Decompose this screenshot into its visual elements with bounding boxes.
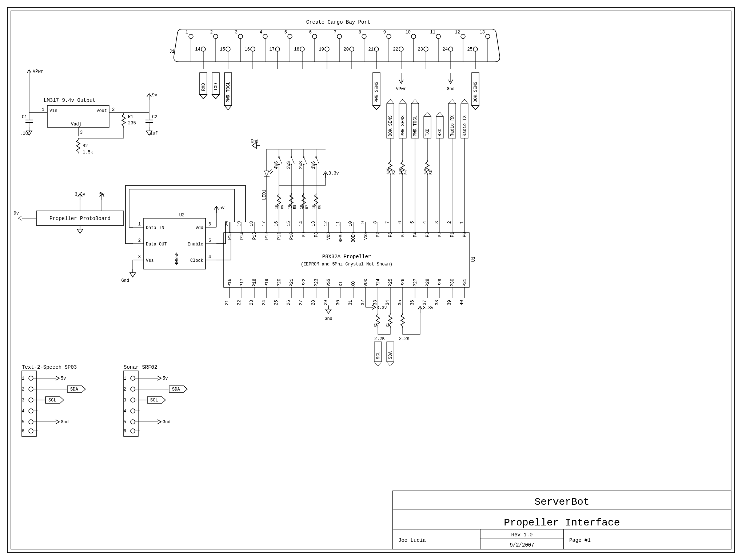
schematic-canvas: Create Cargo Bay Port J1 1 2 3 4 5 6 7 8… — [0, 0, 742, 560]
svg-text:12: 12 — [323, 221, 328, 226]
svg-text:1: 1 — [186, 30, 188, 35]
svg-marker-59 — [200, 95, 207, 99]
svg-text:P22: P22 — [302, 279, 307, 287]
svg-text:10K: 10K — [386, 168, 390, 175]
svg-text:P6: P6 — [388, 232, 393, 237]
svg-text:PWR TOGL: PWR TOGL — [226, 81, 231, 103]
svg-text:P1: P1 — [450, 232, 455, 237]
svg-text:VDD: VDD — [363, 279, 368, 287]
svg-marker-68 — [373, 105, 380, 110]
svg-line-273 — [270, 171, 273, 174]
svg-text:3: 3 — [22, 398, 24, 403]
svg-text:10: 10 — [348, 221, 353, 226]
title-block: ServerBot Propeller Interface Joe Lucia … — [393, 491, 731, 549]
svg-text:P14: P14 — [240, 232, 245, 240]
svg-text:DOK SENS: DOK SENS — [388, 115, 393, 136]
j1-bottom-row: 14 15 16 17 18 19 20 21 22 23 24 25 — [195, 47, 478, 69]
svg-text:4: 4 — [124, 409, 126, 414]
svg-text:P12: P12 — [264, 232, 270, 240]
svg-text:3.3v: 3.3v — [423, 305, 434, 311]
svg-text:P28: P28 — [425, 279, 430, 287]
svg-text:C1: C1 — [22, 115, 27, 120]
switches: 4WS 3WS 2WS 1WS — [274, 149, 319, 171]
right-top-nets: Radio TX Radio RX RXD TXD R310K PWR TOGL… — [386, 99, 468, 222]
svg-text:LED1: LED1 — [262, 189, 267, 200]
svg-text:30: 30 — [336, 300, 341, 305]
svg-text:DOK SENS: DOK SENS — [473, 81, 478, 103]
svg-text:LM317 9.4v Output: LM317 9.4v Output — [44, 97, 96, 103]
svg-text:24: 24 — [443, 47, 448, 52]
svg-text:13: 13 — [311, 221, 316, 226]
title-date: 9/2/2007 — [510, 542, 534, 548]
svg-text:18: 18 — [249, 221, 254, 226]
svg-marker-339 — [399, 99, 406, 104]
svg-text:1: 1 — [138, 222, 141, 227]
svg-text:16: 16 — [274, 221, 279, 226]
j1-ref: J1 — [169, 49, 175, 54]
svg-text:Sonar SRF02: Sonar SRF02 — [124, 364, 157, 370]
svg-text:1K: 1K — [312, 205, 316, 209]
svg-text:P18: P18 — [252, 279, 257, 287]
svg-marker-374 — [387, 362, 394, 366]
svg-text:21: 21 — [368, 47, 374, 52]
svg-text:24: 24 — [262, 300, 267, 305]
svg-text:P29: P29 — [438, 279, 443, 287]
svg-text:P11: P11 — [277, 232, 282, 240]
svg-text:.1uf: .1uf — [20, 131, 31, 136]
u1-bottom-pins: 21P16 22P17 23P18 24P19 25P20 26P21 27P2… — [224, 279, 467, 305]
svg-text:P4: P4 — [413, 232, 418, 237]
svg-text:2.2K: 2.2K — [374, 336, 385, 341]
svg-text:P7: P7 — [376, 232, 381, 237]
svg-text:22: 22 — [393, 47, 398, 52]
svg-text:38: 38 — [435, 300, 440, 305]
svg-text:7: 7 — [334, 30, 336, 35]
svg-text:6: 6 — [22, 429, 24, 434]
svg-text:3: 3 — [138, 255, 141, 260]
svg-text:5v: 5v — [61, 376, 66, 381]
svg-text:6: 6 — [124, 429, 126, 434]
svg-text:SDA: SDA — [172, 387, 180, 392]
svg-text:22: 22 — [237, 300, 242, 305]
svg-marker-328 — [424, 112, 431, 116]
svg-text:R3: R3 — [429, 170, 433, 175]
cargo-title: Create Cargo Bay Port — [306, 19, 370, 25]
svg-text:20: 20 — [344, 47, 349, 52]
svg-text:VPwr: VPwr — [396, 87, 407, 92]
svg-marker-316 — [461, 99, 468, 104]
svg-marker-371 — [374, 362, 382, 366]
svg-text:17: 17 — [262, 221, 267, 226]
svg-text:P20: P20 — [277, 279, 282, 287]
svg-text:.1uf: .1uf — [147, 131, 158, 136]
svg-text:39: 39 — [447, 300, 452, 305]
svg-text:11: 11 — [430, 30, 435, 35]
svg-text:32: 32 — [360, 300, 366, 305]
svg-text:25: 25 — [467, 47, 472, 52]
svg-text:21: 21 — [224, 300, 230, 305]
svg-text:XO: XO — [351, 281, 356, 287]
svg-text:3: 3 — [80, 130, 83, 135]
svg-text:5: 5 — [208, 238, 211, 243]
svg-text:R8: R8 — [293, 205, 297, 209]
svg-text:18: 18 — [294, 47, 299, 52]
svg-text:P2: P2 — [438, 232, 443, 237]
svg-text:1: 1 — [22, 376, 24, 381]
svg-line-284 — [291, 157, 294, 164]
svg-text:1: 1 — [459, 221, 464, 224]
svg-text:Propeller ProtoBoard: Propeller ProtoBoard — [49, 216, 111, 221]
svg-text:P8X32A Propeller: P8X32A Propeller — [322, 254, 371, 260]
svg-text:14: 14 — [195, 47, 200, 52]
svg-text:31: 31 — [348, 300, 353, 305]
svg-text:14: 14 — [299, 221, 304, 226]
sonar-block: Sonar SRF02 15v 2SDA 3SCL 4 5Gnd 6 — [124, 364, 187, 436]
svg-text:P8: P8 — [314, 232, 319, 237]
protoboard: Propeller ProtoBoard 9v 3.3v 5v — [14, 192, 124, 233]
svg-text:5: 5 — [410, 221, 415, 224]
svg-text:29: 29 — [323, 300, 328, 305]
svg-text:Gnd: Gnd — [163, 420, 171, 425]
svg-line-278 — [279, 157, 282, 164]
svg-text:9: 9 — [383, 30, 386, 35]
svg-text:Gnd: Gnd — [447, 87, 455, 92]
svg-text:P21: P21 — [289, 279, 294, 287]
svg-text:33: 33 — [373, 300, 378, 305]
svg-text:4: 4 — [422, 221, 427, 224]
